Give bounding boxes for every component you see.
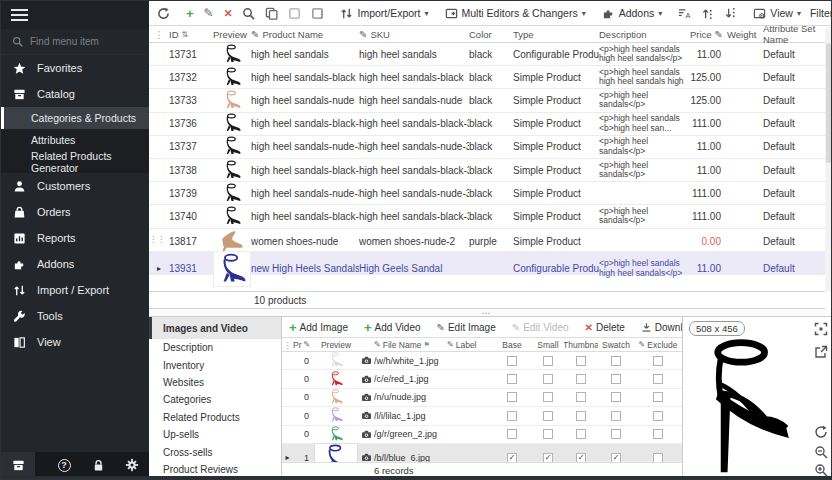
product-row-13736[interactable]: 13736high heel sandals-black-36high heel… [149, 113, 825, 136]
product-row-13738[interactable]: 13738high heel sandals-black-37high heel… [149, 159, 825, 182]
view-menu[interactable]: View▾ [749, 5, 805, 22]
product-row-13817[interactable]: 13817women shoes-nudewomen shoes-nude-2p… [149, 229, 825, 252]
img-column-label[interactable]: ✎Label [447, 340, 492, 350]
rotate-icon[interactable] [814, 425, 828, 439]
horizontal-splitter[interactable]: ⋯ [149, 309, 825, 316]
sidebar-item-categories-products[interactable]: Categories & Products [1, 107, 149, 129]
sidebar-item-tools[interactable]: Tools [1, 303, 149, 329]
sidebar-item-attributes[interactable]: Attributes [1, 129, 149, 151]
exclude-checkbox[interactable] [653, 411, 663, 421]
product-row-13731[interactable]: 13731high heel sandalshigh heel sandalsb… [149, 43, 825, 66]
edit-video-button[interactable]: ✎Edit Video [509, 321, 572, 334]
img-column-position[interactable]: Pr✎ [293, 340, 314, 350]
image-row-c-e-red-1-jpg[interactable]: 0/c/e/red_1.jpg [282, 370, 682, 388]
move-up-button[interactable] [697, 5, 718, 22]
sort-alpha-button[interactable] [674, 5, 695, 22]
hamburger-menu-icon[interactable] [11, 6, 28, 24]
sidebar-item-catalog[interactable]: Catalog [1, 81, 149, 107]
search-button[interactable] [238, 5, 259, 22]
help-button[interactable]: ? [47, 452, 81, 478]
column-header-price[interactable]: Price✎ [689, 29, 727, 40]
sidebar-item-related-products-generator[interactable]: Related Products Generator [1, 151, 149, 173]
small-checkbox[interactable] [543, 374, 553, 384]
column-header-id[interactable]: ID⇅ [169, 29, 213, 40]
img-column-preview[interactable]: Preview [314, 340, 358, 350]
product-row-13740[interactable]: 13740high heel sandals-black-38high heel… [149, 205, 825, 228]
img-column-file-name[interactable]: ✎File Name⚑ [374, 340, 447, 350]
column-header-preview[interactable]: Preview [213, 29, 251, 40]
paste-special-button[interactable] [307, 5, 328, 22]
fit-to-screen-icon[interactable] [814, 322, 828, 336]
product-row-13739[interactable]: 13739high heel sandals-nude-37high heel … [149, 182, 825, 205]
paste-button[interactable] [284, 5, 305, 22]
sidebar-item-addons[interactable]: Addons [1, 251, 149, 277]
settings-button[interactable] [115, 452, 149, 478]
zoom-in-icon[interactable] [814, 463, 828, 477]
base-checkbox[interactable] [507, 356, 517, 366]
tab-images-and-video[interactable]: Images and Video [149, 317, 281, 339]
base-checkbox[interactable] [507, 429, 517, 439]
small-checkbox[interactable] [543, 392, 553, 402]
thumbnail-checkbox[interactable] [576, 374, 586, 384]
swatch-checkbox[interactable] [611, 374, 621, 384]
base-checkbox[interactable] [507, 392, 517, 402]
multi-editors-menu[interactable]: Multi Editors & Changers▾ [441, 5, 590, 22]
grid-vertical-scrollbar[interactable] [825, 27, 832, 291]
column-header-description[interactable]: Description [599, 29, 689, 40]
tab-websites[interactable]: Websites [149, 374, 281, 391]
column-header-sku[interactable]: ✎SKU [359, 29, 469, 40]
swatch-checkbox[interactable] [611, 356, 621, 366]
thumbnail-checkbox[interactable] [576, 392, 586, 402]
exclude-checkbox[interactable] [653, 429, 663, 439]
column-header-color[interactable]: Color [469, 29, 513, 40]
small-checkbox[interactable] [543, 429, 553, 439]
product-row-13931[interactable]: ▸13931new High Heels SandalsHigh Geels S… [149, 252, 825, 275]
tab-inventory[interactable]: Inventory [149, 356, 281, 373]
img-column-exclude[interactable]: ✎Exclude [634, 340, 682, 350]
add-video-button[interactable]: +Add Video [361, 319, 424, 336]
delete-button[interactable]: ✕Delete [582, 321, 628, 334]
panel-splitter-handle[interactable]: ⋮⋮ [149, 238, 165, 242]
lock-button[interactable] [81, 452, 115, 478]
base-checkbox[interactable] [507, 411, 517, 421]
tab-related-products[interactable]: Related Products [149, 409, 281, 426]
img-column-base[interactable]: Base [492, 340, 532, 350]
image-row-n-u-nude-jpg[interactable]: 0/n/u/nude.jpg [282, 389, 682, 407]
product-image-preview[interactable] [685, 331, 809, 477]
swatch-checkbox[interactable] [611, 429, 621, 439]
thumbnail-checkbox[interactable] [576, 429, 586, 439]
add-product-button[interactable]: + [182, 4, 198, 23]
swatch-checkbox[interactable] [611, 392, 621, 402]
exclude-checkbox[interactable] [653, 356, 663, 366]
image-row-l-i-lilac-1-jpg[interactable]: 0/l/i/lilac_1.jpg [282, 407, 682, 425]
image-row-g-r-green-2-jpg[interactable]: 0/g/r/green_2.jpg [282, 426, 682, 444]
sidebar-item-customers[interactable]: Customers [1, 173, 149, 199]
swatch-checkbox[interactable] [611, 411, 621, 421]
small-checkbox[interactable] [543, 411, 553, 421]
sidebar-item-reports[interactable]: Reports [1, 225, 149, 251]
open-external-icon[interactable] [814, 345, 828, 359]
image-row-b-l-blue-6-jpg[interactable]: ▸1/b/l/blue_6.jpg✓✓✓✓ [282, 444, 682, 462]
thumbnail-checkbox[interactable] [576, 411, 586, 421]
delete-product-button[interactable]: ✕ [220, 5, 237, 21]
zoom-out-icon[interactable] [814, 445, 828, 459]
exclude-checkbox[interactable] [653, 392, 663, 402]
img-column-small[interactable]: Small [532, 340, 564, 350]
column-header-type[interactable]: Type [513, 29, 599, 40]
thumbnail-checkbox[interactable] [576, 356, 586, 366]
copy-button[interactable] [261, 5, 282, 22]
product-row-13733[interactable]: 13733high heel sandals-nudehigh heel san… [149, 89, 825, 112]
tab-cross-sells[interactable]: Cross-sells [149, 443, 281, 460]
product-row-13732[interactable]: 13732high heel sandals-blackhigh heel sa… [149, 66, 825, 89]
download-image-button[interactable]: Download Image [638, 321, 682, 334]
refresh-button[interactable] [153, 5, 174, 22]
catalog-shortcut-button[interactable] [1, 452, 35, 478]
tab-description[interactable]: Description [149, 339, 281, 356]
column-header-attribute-set[interactable]: Attribute Set Name [763, 23, 825, 45]
image-row-w-h-white-1-jpg[interactable]: 0/w/h/white_1.jpg [282, 352, 682, 370]
img-column-swatch[interactable]: Swatch [598, 340, 634, 350]
move-down-button[interactable] [720, 5, 741, 22]
edit-image-button[interactable]: ✎Edit Image [434, 321, 499, 334]
tab-up-sells[interactable]: Up-sells [149, 426, 281, 443]
import-export-menu[interactable]: Import/Export▾ [336, 5, 432, 22]
